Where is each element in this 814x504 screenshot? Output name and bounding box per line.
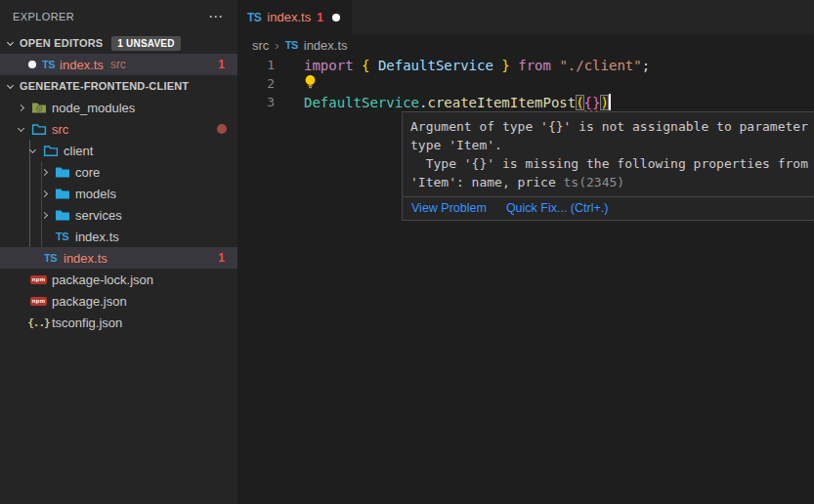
error-count-badge: 1 [218, 251, 225, 265]
breadcrumb-folder[interactable]: src [252, 38, 269, 53]
code-token [369, 58, 377, 73]
open-editor-item-index-ts[interactable]: TS index.ts src 1 [0, 54, 237, 75]
chevron-box[interactable] [16, 128, 30, 131]
tree-item-package.json[interactable]: npmpackage.json [0, 290, 237, 312]
folder-icon [55, 208, 70, 222]
error-message: Argument of type '{}' is not assignable … [403, 112, 814, 196]
lightbulb-icon[interactable] [304, 74, 317, 93]
chevron-right-icon [18, 104, 24, 110]
icon-box [54, 187, 70, 200]
text-cursor [609, 94, 611, 110]
tree-item-services[interactable]: services [0, 204, 237, 226]
tab-index-ts[interactable]: TS index.ts 1 [237, 0, 352, 34]
code-area[interactable]: 1import { DefaultService } from "./clien… [237, 56, 814, 111]
breadcrumb-separator-icon: › [275, 38, 278, 53]
code-token: DefaultService [304, 95, 419, 110]
chevron-down-icon [18, 124, 24, 131]
unsaved-dot-icon[interactable] [332, 14, 340, 21]
modified-dot-icon[interactable] [28, 61, 36, 68]
tooltip-actions: View ProblemQuick Fix... (Ctrl+.) [403, 196, 814, 220]
code-token: ( [576, 95, 583, 110]
code-token: {} [584, 95, 601, 110]
tree-item-models[interactable]: models [0, 183, 237, 204]
code-token [551, 58, 559, 73]
icon-box [30, 122, 47, 136]
code-line-1: 1import { DefaultService } from "./clien… [237, 56, 814, 74]
icon-box [42, 144, 59, 157]
icon-box: TS [54, 231, 70, 242]
vscode-window: { "icons": { "ts": "TS", "npm": "npm", "… [0, 0, 814, 504]
editor-pane[interactable]: src › TS index.ts 1import { DefaultServi… [237, 34, 814, 504]
line-number: 1 [237, 58, 275, 72]
view-problem-link[interactable]: View Problem [411, 201, 487, 215]
tree-item-core[interactable]: core [0, 161, 237, 183]
chevron-box[interactable] [39, 170, 54, 175]
chevron-box[interactable] [39, 213, 54, 218]
error-dot-icon [217, 124, 227, 134]
workspace-folder-label: GENERATE-FRONTEND-CLIENT [20, 80, 189, 92]
npm-icon: npm [30, 275, 48, 284]
error-squiggle-wrap: {} [584, 95, 601, 110]
folder-open-icon [31, 122, 47, 136]
open-editors-label: OPEN EDITORS [20, 37, 103, 49]
explorer-sidebar: EXPLORER ⋯ OPEN EDITORS 1 UNSAVED TS ind… [0, 0, 237, 504]
icon-box [54, 165, 70, 179]
chevron-right-icon [41, 211, 48, 218]
code-token: ) [600, 95, 608, 110]
error-source: ts(2345) [564, 175, 625, 189]
tree-item-index.ts[interactable]: TSindex.ts [0, 226, 237, 247]
tree-item-client[interactable]: client [0, 140, 237, 161]
code-token: { [362, 58, 369, 73]
open-editors-header[interactable]: OPEN EDITORS 1 UNSAVED [0, 32, 237, 54]
code-token: createItemItemPost [427, 95, 576, 110]
folder-icon [55, 165, 70, 179]
quick-fix-link[interactable]: Quick Fix... (Ctrl+.) [506, 201, 609, 215]
icon-box: TS [42, 252, 59, 264]
code-token [510, 58, 518, 73]
tree-item-package-lock.json[interactable]: npmpackage-lock.json [0, 269, 237, 290]
tree-item-tsconfig.json[interactable]: {..}tsconfig.json [0, 312, 237, 333]
error-message-line: type 'Item'. [410, 136, 814, 154]
explorer-title: EXPLORER [13, 11, 74, 22]
error-message-line: Argument of type '{}' is not assignable … [410, 117, 814, 136]
tree-item-label: core [75, 165, 100, 180]
code-line-3: 3DefaultService.createItemItemPost({}) [237, 93, 814, 111]
chevron-down-icon [7, 81, 14, 88]
icon-box: npm [30, 297, 47, 306]
line-content: DefaultService.createItemItemPost({}) [304, 94, 611, 110]
tree-item-label: package-lock.json [52, 273, 153, 287]
error-message-line: 'Item': name, price ts(2345) [410, 173, 814, 191]
breadcrumb-file[interactable]: index.ts [304, 38, 348, 53]
chevron-down-icon [7, 38, 14, 45]
tree-item-label: client [64, 144, 93, 158]
tree-item-label: services [75, 208, 122, 223]
tree-item-index.ts[interactable]: TSindex.ts1 [0, 247, 237, 269]
chevron-box[interactable] [16, 105, 30, 110]
code-token: . [419, 95, 427, 110]
code-line-2: 2 [237, 74, 814, 93]
tree-item-label: index.ts [75, 230, 119, 244]
chevron-down-icon [29, 146, 36, 152]
more-actions-icon[interactable]: ⋯ [208, 12, 224, 21]
code-token: } [501, 58, 509, 73]
chevron-box[interactable] [27, 149, 42, 152]
error-count-badge: 1 [218, 58, 225, 71]
npm-icon: npm [30, 297, 48, 306]
code-token [493, 58, 501, 73]
tree-item-src[interactable]: src [0, 118, 237, 140]
typescript-icon: TS [285, 39, 298, 51]
line-content [304, 74, 319, 93]
code-token: "./client" [559, 58, 641, 73]
json-braces-icon: {..} [27, 316, 50, 329]
open-editor-file-label: index.ts [60, 58, 104, 72]
unsaved-count-badge: 1 UNSAVED [111, 36, 180, 51]
workspace-folder-header[interactable]: GENERATE-FRONTEND-CLIENT [0, 75, 237, 97]
file-tree: node_modulessrcclientcoremodelsservicesT… [0, 97, 237, 333]
code-token [354, 58, 362, 73]
tree-item-node_modules[interactable]: node_modules [0, 97, 237, 118]
code-token: import [304, 58, 354, 73]
typescript-icon: TS [247, 11, 261, 24]
node-modules-folder-icon [31, 101, 47, 114]
chevron-box[interactable] [39, 191, 54, 196]
chevron-right-icon [41, 168, 48, 175]
